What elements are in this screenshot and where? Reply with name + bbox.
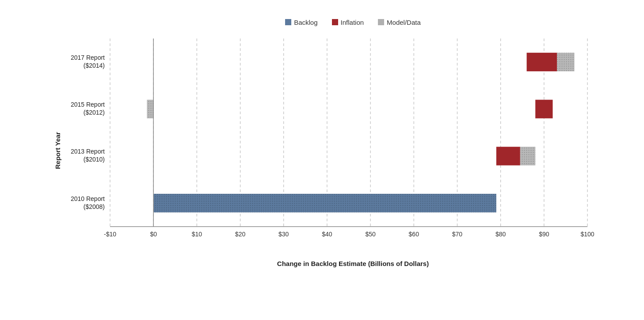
- svg-text:($2014): ($2014): [83, 62, 104, 69]
- chart-svg: -$10$0$10$20$30$40$50$60$70$80$90$100201…: [97, 34, 610, 255]
- legend-item-inflation: Inflation: [332, 19, 364, 26]
- svg-text:$90: $90: [539, 231, 549, 238]
- svg-text:$60: $60: [408, 231, 419, 238]
- inflation-swatch: [332, 19, 338, 25]
- svg-text:$80: $80: [495, 231, 506, 238]
- svg-text:2010 Report: 2010 Report: [70, 195, 104, 202]
- svg-text:2013 Report: 2013 Report: [70, 148, 104, 155]
- svg-rect-36: [557, 53, 574, 71]
- backlog-swatch: [285, 19, 291, 25]
- svg-text:($2008): ($2008): [83, 203, 104, 210]
- legend-item-backlog: Backlog: [285, 19, 317, 26]
- chart-container: Backlog Inflation Model/Data Report Year…: [17, 10, 627, 311]
- svg-text:$10: $10: [191, 231, 202, 238]
- svg-text:$50: $50: [365, 231, 376, 238]
- chart-legend: Backlog Inflation Model/Data: [97, 19, 610, 26]
- svg-text:$70: $70: [452, 231, 462, 238]
- svg-rect-40: [147, 100, 153, 118]
- legend-item-modeldata: Model/Data: [378, 19, 421, 26]
- svg-text:($2010): ($2010): [83, 156, 104, 163]
- svg-text:2015 Report: 2015 Report: [70, 101, 104, 108]
- svg-text:2017 Report: 2017 Report: [70, 54, 104, 61]
- svg-text:-$10: -$10: [103, 231, 116, 238]
- y-axis-label: Report Year: [54, 132, 61, 169]
- legend-label-inflation: Inflation: [341, 19, 364, 26]
- legend-label-modeldata: Model/Data: [387, 19, 421, 26]
- svg-text:$0: $0: [150, 231, 157, 238]
- legend-label-backlog: Backlog: [294, 19, 317, 26]
- svg-text:$100: $100: [580, 231, 594, 238]
- svg-rect-43: [496, 147, 520, 165]
- modeldata-swatch: [378, 19, 384, 25]
- svg-text:($2012): ($2012): [83, 109, 104, 116]
- svg-rect-39: [535, 100, 553, 118]
- svg-text:$30: $30: [278, 231, 289, 238]
- svg-rect-35: [526, 53, 557, 71]
- x-axis-label: Change in Backlog Estimate (Billions of …: [97, 260, 610, 267]
- svg-rect-47: [153, 193, 496, 212]
- svg-text:$40: $40: [322, 231, 332, 238]
- svg-rect-44: [520, 147, 535, 165]
- svg-text:$20: $20: [235, 231, 245, 238]
